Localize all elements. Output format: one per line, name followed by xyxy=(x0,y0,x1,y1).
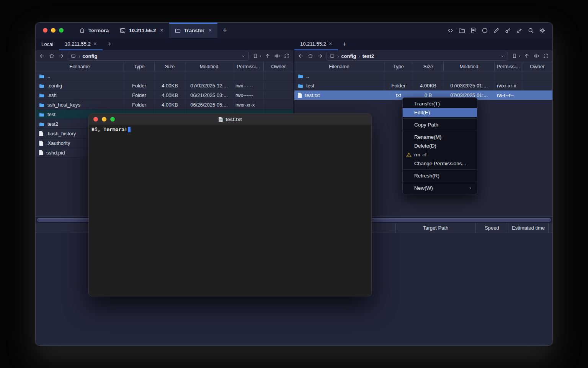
new-tab-button[interactable]: + xyxy=(217,23,232,38)
editor-content[interactable]: Hi, Termora! xyxy=(89,125,371,134)
text-cursor xyxy=(128,127,131,132)
folder-icon[interactable] xyxy=(458,27,466,34)
record-icon[interactable] xyxy=(481,27,488,34)
menu-item-change-permissions[interactable]: Change Permissions... xyxy=(403,159,477,168)
path-segment[interactable]: config xyxy=(82,53,97,59)
back-icon[interactable] xyxy=(298,53,304,59)
table-row[interactable]: ssh_host_keys Folder 4.00KB 06/26/2025 0… xyxy=(36,100,293,110)
home-icon[interactable] xyxy=(307,53,314,59)
column-header-size[interactable]: Size xyxy=(155,62,185,71)
menu-separator xyxy=(403,169,477,170)
folder-icon xyxy=(175,27,181,34)
menu-item-refresh[interactable]: Refresh(R) xyxy=(403,171,477,180)
close-tab-icon[interactable]: ✕ xyxy=(93,41,97,46)
tab-remote-host[interactable]: 10.211.55.2 ✕ xyxy=(59,38,103,50)
folder-icon xyxy=(39,102,45,107)
tab-label: Transfer xyxy=(184,28,204,33)
new-panel-tab-button[interactable]: + xyxy=(338,38,351,50)
gear-icon[interactable] xyxy=(539,27,546,34)
menu-item-copy-path[interactable]: Copy Path xyxy=(403,120,477,129)
chevron-down-icon[interactable] xyxy=(240,53,246,59)
column-header-modified[interactable]: Modified xyxy=(185,62,233,71)
column-header-filename[interactable]: Filename xyxy=(294,62,384,71)
close-window-button[interactable] xyxy=(93,117,98,122)
bookmark-caret-icon[interactable]: ▾ xyxy=(260,54,261,58)
tab-termora[interactable]: Termora xyxy=(74,23,114,38)
zoom-window-button[interactable] xyxy=(59,28,64,33)
column-header-size[interactable]: Size xyxy=(413,62,444,71)
column-header-permissions[interactable]: Permissi... xyxy=(495,62,522,71)
menu-item-rename[interactable]: Rename(M) xyxy=(403,133,477,141)
close-tab-icon[interactable]: ✕ xyxy=(160,28,164,33)
pencil-icon[interactable] xyxy=(493,27,500,34)
forward-icon[interactable] xyxy=(58,53,64,59)
column-header-owner[interactable]: Owner xyxy=(522,62,552,71)
header-toolbar xyxy=(447,23,552,38)
bookmark-icon[interactable] xyxy=(511,53,518,59)
folder-icon xyxy=(297,73,304,79)
tab-transfer[interactable]: Transfer ✕ xyxy=(169,23,217,38)
code-icon[interactable] xyxy=(447,27,454,34)
right-panel-toolbar: › config › test2 ▾ xyxy=(294,50,552,62)
menu-item-edit[interactable]: Edit(E) xyxy=(403,108,477,117)
home-icon xyxy=(79,27,85,34)
close-tab-icon[interactable]: ✕ xyxy=(208,28,212,33)
column-header-filename[interactable]: Filename xyxy=(36,62,124,71)
path-bar[interactable]: › config xyxy=(68,52,249,61)
home-icon[interactable] xyxy=(49,53,55,59)
refresh-icon[interactable] xyxy=(284,53,290,59)
close-tab-icon[interactable]: ✕ xyxy=(329,41,332,46)
minimize-window-button[interactable] xyxy=(102,117,106,122)
new-panel-tab-button[interactable]: + xyxy=(103,38,116,50)
close-window-button[interactable] xyxy=(43,28,47,33)
table-row[interactable]: .. xyxy=(36,71,293,81)
up-directory-icon[interactable] xyxy=(524,53,530,59)
column-header-type[interactable]: Type xyxy=(124,62,155,71)
path-bar[interactable]: › config › test2 xyxy=(327,52,508,61)
key-icon[interactable] xyxy=(504,27,511,34)
table-row[interactable]: .ssh Folder 4.00KB 06/21/2025 03:... rwx… xyxy=(36,90,293,100)
refresh-icon[interactable] xyxy=(543,53,549,59)
menu-item-delete[interactable]: Delete(D) xyxy=(403,141,477,150)
column-header-speed[interactable]: Speed xyxy=(475,223,508,233)
bookmark-caret-icon[interactable]: ▾ xyxy=(519,54,520,58)
column-header-permissions[interactable]: Permissi... xyxy=(233,62,264,71)
back-icon[interactable] xyxy=(39,53,45,59)
editor-text: Hi, Termora! xyxy=(91,127,127,132)
zoom-window-button[interactable] xyxy=(110,117,115,122)
tab-ssh-session[interactable]: 10.211.55.2 ✕ xyxy=(114,23,169,38)
table-row[interactable]: .config Folder 4.00KB 07/02/2025 12:... … xyxy=(36,81,293,90)
editor-titlebar[interactable]: test.txt xyxy=(89,114,371,125)
tab-remote-host[interactable]: 10.211.55.2 ✕ xyxy=(294,38,338,50)
column-header-estimated-time[interactable]: Estimated time xyxy=(508,223,549,233)
show-hidden-icon[interactable] xyxy=(274,53,280,59)
chevron-down-icon[interactable] xyxy=(500,53,505,59)
tab-local[interactable]: Local xyxy=(36,38,59,50)
log-icon[interactable] xyxy=(470,27,477,34)
minimize-window-button[interactable] xyxy=(51,28,56,33)
column-header-type[interactable]: Type xyxy=(384,62,413,71)
up-directory-icon[interactable] xyxy=(265,53,271,59)
right-panel-tabs: 10.211.55.2 ✕ + xyxy=(294,38,552,50)
forward-icon[interactable] xyxy=(317,53,323,59)
column-header-owner[interactable]: Owner xyxy=(264,62,293,71)
path-separator: › xyxy=(78,53,80,59)
bookmark-icon[interactable] xyxy=(252,53,258,59)
table-row[interactable]: test Folder 4.00KB 07/03/2025 01:... rwx… xyxy=(294,81,552,90)
column-header-modified[interactable]: Modified xyxy=(444,62,495,71)
menu-item-new[interactable]: New(W) xyxy=(403,184,477,192)
search-icon[interactable] xyxy=(527,27,534,34)
column-header-target-path[interactable]: Target Path xyxy=(395,223,475,233)
keychain-icon[interactable] xyxy=(516,27,523,34)
editor-window-controls xyxy=(89,117,115,122)
menu-item-rm-rf[interactable]: rm -rf xyxy=(403,150,477,159)
path-segment[interactable]: config xyxy=(341,53,356,59)
left-table-header: Filename Type Size Modified Permissi... … xyxy=(36,62,293,71)
table-row[interactable]: .. xyxy=(294,71,552,81)
show-hidden-icon[interactable] xyxy=(533,53,539,59)
menu-item-transfer[interactable]: Transfer(T) xyxy=(403,99,477,108)
tab-label: Local xyxy=(41,41,53,47)
tab-label: 10.211.55.2 xyxy=(65,41,91,47)
path-segment[interactable]: test2 xyxy=(363,53,374,59)
editor-window: test.txt Hi, Termora! xyxy=(88,113,372,296)
